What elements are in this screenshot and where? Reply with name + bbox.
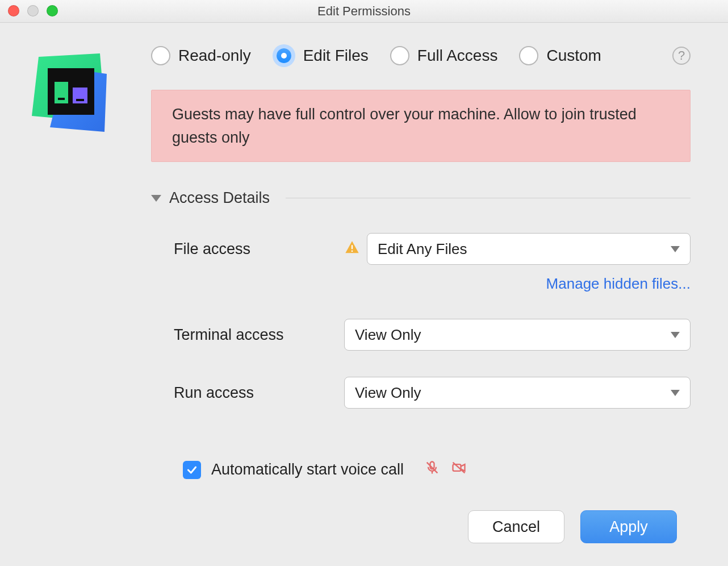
select-value: View Only [355, 384, 421, 402]
radio-icon [151, 46, 170, 65]
code-with-me-icon [32, 52, 111, 138]
file-access-label: File access [174, 240, 344, 258]
section-title: Access Details [169, 189, 270, 207]
window-title: Edit Permissions [317, 4, 411, 19]
chevron-down-icon [671, 246, 680, 252]
traffic-lights [8, 5, 58, 16]
zoom-window-button[interactable] [47, 5, 58, 16]
warning-icon [344, 240, 360, 258]
select-value: Edit Any Files [378, 240, 467, 258]
apply-button[interactable]: Apply [580, 510, 677, 543]
radio-label: Read-only [178, 47, 251, 65]
radio-full-access[interactable]: Full Access [390, 46, 498, 65]
terminal-access-select[interactable]: View Only [344, 319, 691, 351]
access-details-header[interactable]: Access Details [151, 189, 691, 207]
radio-label: Full Access [417, 47, 498, 65]
run-access-row: Run access View Only [151, 377, 691, 409]
separator [286, 198, 691, 198]
auto-voice-call-label: Automatically start voice call [211, 461, 404, 478]
chevron-down-icon [151, 195, 161, 202]
permission-preset-radio-group: Read-only Edit Files Full Access Custom … [151, 44, 691, 67]
select-value: View Only [355, 326, 421, 344]
terminal-access-row: Terminal access View Only [151, 319, 691, 351]
radio-icon [519, 46, 538, 65]
svg-rect-7 [352, 245, 353, 249]
terminal-access-label: Terminal access [174, 326, 344, 344]
radio-label: Edit Files [303, 47, 369, 65]
dialog-buttons: Cancel Apply [468, 510, 677, 543]
minimize-window-button[interactable] [27, 5, 39, 16]
chevron-down-icon [671, 332, 680, 338]
manage-hidden-files-row: Manage hidden files... [151, 275, 691, 293]
file-access-select[interactable]: Edit Any Files [367, 233, 691, 265]
dialog-content: Read-only Edit Files Full Access Custom … [0, 23, 728, 497]
warning-banner: Guests may have full control over your m… [151, 90, 691, 162]
radio-label: Custom [546, 47, 601, 65]
radio-custom[interactable]: Custom [519, 46, 601, 65]
titlebar: Edit Permissions [0, 0, 728, 23]
app-logo-area [32, 44, 134, 480]
svg-rect-5 [58, 98, 65, 100]
chevron-down-icon [671, 390, 680, 396]
run-access-label: Run access [174, 384, 344, 402]
camera-off-icon[interactable] [450, 460, 467, 480]
svg-rect-8 [352, 251, 353, 252]
mic-muted-icon[interactable] [424, 460, 440, 480]
radio-icon [390, 46, 409, 65]
radio-edit-files[interactable]: Edit Files [273, 44, 369, 67]
auto-voice-call-row: Automatically start voice call [151, 460, 691, 480]
help-icon[interactable]: ? [672, 47, 691, 65]
run-access-select[interactable]: View Only [344, 377, 691, 409]
cancel-button[interactable]: Cancel [468, 510, 564, 543]
manage-hidden-files-link[interactable]: Manage hidden files... [546, 275, 691, 292]
main-panel: Read-only Edit Files Full Access Custom … [134, 44, 691, 480]
file-access-row: File access Edit Any Files [151, 233, 691, 265]
svg-rect-6 [76, 99, 84, 101]
radio-icon [273, 44, 295, 67]
radio-read-only[interactable]: Read-only [151, 46, 251, 65]
auto-voice-call-checkbox[interactable] [183, 461, 201, 479]
svg-rect-3 [55, 82, 68, 103]
close-window-button[interactable] [8, 5, 19, 16]
